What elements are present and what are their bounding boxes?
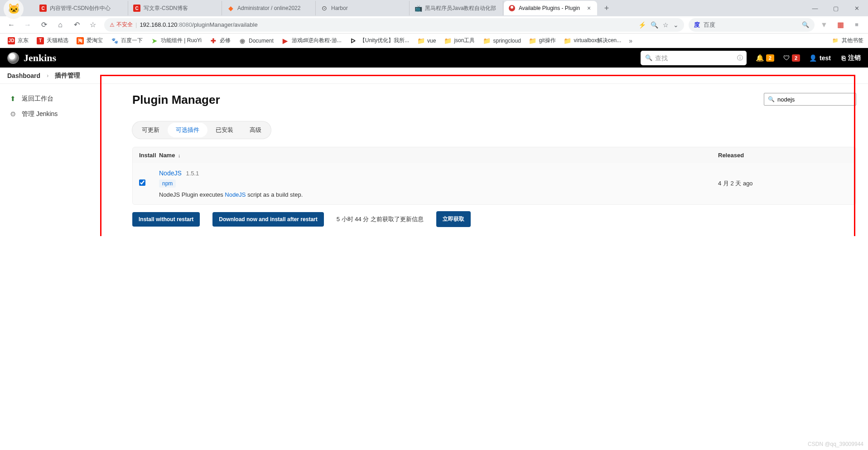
help-icon[interactable]: ⓘ xyxy=(737,54,743,62)
sidebar-item-back-to-dashboard[interactable]: ⬆ 返回工作台 xyxy=(4,91,118,106)
bookmark-favicon: ✚ xyxy=(210,37,217,44)
zoom-icon[interactable]: 🔍 xyxy=(651,21,658,29)
update-info-text: 5 小时 44 分 之前获取了更新信息 xyxy=(337,215,424,223)
star-button[interactable]: ☆ xyxy=(86,18,100,32)
other-bookmarks[interactable]: 📁其他书签 xyxy=(832,37,863,44)
alerts-badge: 2 xyxy=(792,54,800,62)
plugin-version: 1.5.1 xyxy=(186,170,199,177)
new-tab-button[interactable]: + xyxy=(600,2,613,15)
undo-nav-button[interactable]: ↶ xyxy=(70,18,83,32)
bookmark-favicon: ▶ xyxy=(282,37,289,44)
url-text: 192.168.0.120:8080/pluginManager/availab… xyxy=(140,21,257,28)
breadcrumb-current[interactable]: 插件管理 xyxy=(55,72,80,80)
extensions-v-icon[interactable]: ▼ xyxy=(817,18,831,32)
fetch-now-button[interactable]: 立即获取 xyxy=(436,211,471,227)
address-bar[interactable]: ⚠ 不安全 | 192.168.0.120:8080/pluginManager… xyxy=(104,18,684,32)
bookmark-favicon: 淘 xyxy=(77,37,84,44)
reload-button[interactable]: ⟳ xyxy=(37,18,51,32)
bookmark-item[interactable]: ᐅ【Unity优化】我所... xyxy=(347,35,412,46)
user-menu[interactable]: 👤 test xyxy=(809,54,831,62)
bookmark-item[interactable]: 📁json工具 xyxy=(441,35,478,46)
tab-advanced[interactable]: 高级 xyxy=(241,123,270,137)
bookmarks-overflow-icon[interactable]: » xyxy=(626,37,635,44)
search-icon: 🔍 xyxy=(645,54,652,61)
logout-icon: ⎘ xyxy=(842,54,845,62)
breadcrumb-dashboard[interactable]: Dashboard xyxy=(7,72,40,79)
bookmark-item[interactable]: 📁vue xyxy=(414,36,439,46)
tab-title: Harbor xyxy=(331,5,405,11)
jenkins-logo-icon xyxy=(7,52,19,64)
jenkins-search-box[interactable]: 🔍 ⓘ xyxy=(641,51,747,65)
folder-icon: 📁 xyxy=(832,37,839,44)
jenkins-logo[interactable]: Jenkins xyxy=(7,52,56,64)
bookmark-item[interactable]: ✚必修 xyxy=(207,35,234,46)
jenkins-header: Jenkins 🔍 ⓘ 🔔 2 🛡 2 👤 test ⎘ 注销 xyxy=(0,48,868,68)
col-header-name[interactable]: Name ↓ xyxy=(159,152,718,159)
bookmark-item[interactable]: JD京东 xyxy=(5,35,32,46)
plugin-desc-link[interactable]: NodeJS xyxy=(225,191,246,198)
browser-tab-5[interactable]: Available Plugins - Plugin × xyxy=(504,1,597,15)
browser-tab-2[interactable]: ◆ Administrator / online2022 xyxy=(222,1,316,15)
profile-avatar[interactable]: 🐱 xyxy=(4,0,24,19)
tab-updates[interactable]: 可更新 xyxy=(134,123,168,137)
bookmark-favicon: 📁 xyxy=(417,37,424,44)
maximize-button[interactable]: ▢ xyxy=(828,2,844,15)
tab-installed[interactable]: 已安装 xyxy=(207,123,241,137)
chevron-down-icon[interactable]: ⌄ xyxy=(673,21,679,29)
bookmark-item[interactable]: 🐾百度一下 xyxy=(108,35,146,46)
close-tab-icon[interactable]: × xyxy=(585,5,593,12)
close-window-button[interactable]: ✕ xyxy=(849,2,864,15)
bookmark-item[interactable]: ◉Document xyxy=(236,36,277,46)
notifications-button[interactable]: 🔔 2 xyxy=(756,54,774,62)
bookmark-item[interactable]: 淘爱淘宝 xyxy=(73,35,106,46)
sidebar-item-manage-jenkins[interactable]: ⚙ 管理 Jenkins xyxy=(4,106,118,122)
home-button[interactable]: ⌂ xyxy=(53,18,67,32)
tab-available[interactable]: 可选插件 xyxy=(168,123,207,137)
bookmark-item[interactable]: T天猫精选 xyxy=(34,35,72,46)
download-install-restart-button[interactable]: Download now and install after restart xyxy=(212,212,323,227)
plugin-install-checkbox[interactable] xyxy=(139,179,145,186)
pdf-extension-icon[interactable]: ▦ xyxy=(834,18,847,32)
bookmark-label: 【Unity优化】我所... xyxy=(360,37,409,44)
browser-menu-button[interactable]: ≡ xyxy=(850,18,863,32)
baidu-icon: 度 xyxy=(694,21,700,29)
tab-title: 写文章-CSDN博客 xyxy=(144,5,217,12)
browser-tab-3[interactable]: ⊙ Harbor xyxy=(316,1,410,15)
bookmark-label: virtualbox解决cen... xyxy=(574,37,622,44)
minimize-button[interactable]: — xyxy=(807,2,823,15)
tab-title: 内容管理-CSDN创作中心 xyxy=(50,5,123,12)
page-title: Plugin Manager xyxy=(132,93,220,107)
jenkins-search-input[interactable] xyxy=(655,54,734,62)
flash-icon[interactable]: ⚡ xyxy=(638,21,646,29)
browser-tab-0[interactable]: C 内容管理-CSDN创作中心 xyxy=(35,1,128,15)
bookmark-favicon: 🐾 xyxy=(111,37,118,44)
browser-tab-4[interactable]: 📺 黑马程序员Java教程自动化部 xyxy=(410,1,503,15)
bookmark-label: 必修 xyxy=(220,37,231,44)
browser-tab-1[interactable]: C 写文章-CSDN博客 xyxy=(129,1,222,15)
logout-button[interactable]: ⎘ 注销 xyxy=(842,54,861,62)
sidebar-item-label: 返回工作台 xyxy=(22,95,53,103)
bookmark-label: Document xyxy=(249,38,274,44)
browser-search-box[interactable]: 度 百度 🔍 xyxy=(689,18,815,32)
bookmark-item[interactable]: ▶游戏dll逆向教程-游... xyxy=(279,35,345,46)
bilibili-favicon: 📺 xyxy=(415,5,422,12)
alerts-button[interactable]: 🛡 2 xyxy=(783,54,800,62)
jenkins-wordmark: Jenkins xyxy=(24,52,56,64)
bookmark-item[interactable]: 📁virtualbox解决cen... xyxy=(561,35,625,46)
bookmark-favicon: 📁 xyxy=(444,37,451,44)
bookmark-star-icon[interactable]: ☆ xyxy=(663,21,669,29)
plugin-tag[interactable]: npm xyxy=(159,179,176,188)
plugin-filter-box[interactable]: 🔍 xyxy=(764,93,856,106)
breadcrumb: Dashboard › 插件管理 xyxy=(0,68,868,84)
search-icon[interactable]: 🔍 xyxy=(802,21,809,28)
install-without-restart-button[interactable]: Install without restart xyxy=(132,212,200,227)
bookmark-item[interactable]: 📁springcloud xyxy=(480,36,524,46)
forward-button[interactable]: → xyxy=(21,18,34,32)
csdn-favicon: C xyxy=(39,5,47,12)
plugin-name-link[interactable]: NodeJS xyxy=(159,169,182,177)
bookmark-item[interactable]: 📁git操作 xyxy=(526,35,559,46)
bookmark-favicon: JD xyxy=(8,37,15,44)
bookmark-item[interactable]: ➤功能组件 | RuoYi xyxy=(148,35,205,46)
plugin-filter-input[interactable] xyxy=(777,96,854,103)
back-button[interactable]: ← xyxy=(5,18,18,32)
